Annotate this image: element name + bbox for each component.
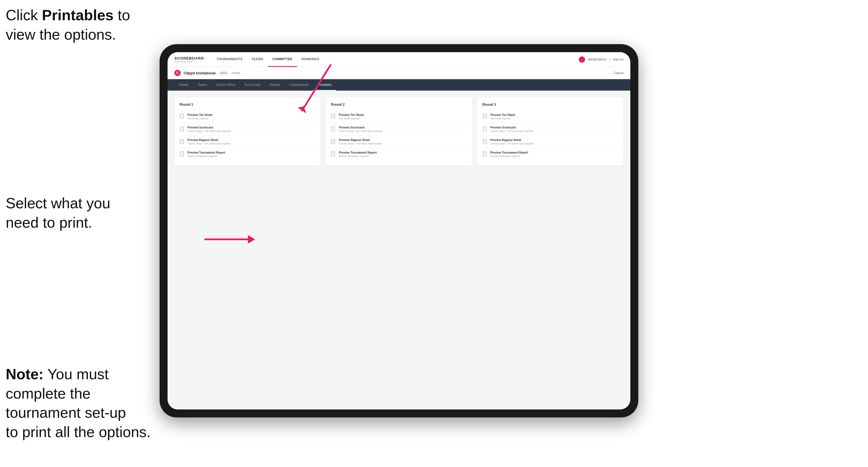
subnav-results[interactable]: Results [265,79,285,91]
top-nav-right: blair@clippd.io | Sign out [579,56,623,63]
round3-scorecard-sub: Course setup + Tee Sheet data required [490,130,533,132]
svg-rect-4 [180,126,184,131]
subnav-details[interactable]: Details [175,79,193,91]
round2-report-title: Preview Tournament Report [339,151,377,154]
tablet-frame: SCOREBOARD Powered by clippd TOURNAMENTS… [160,44,638,417]
round-1-column: Round 1 Preview Tee Sheet [175,97,320,165]
nav-tournaments[interactable]: TOURNAMENTS [212,52,247,67]
note-bold: Note: [6,366,43,382]
hosting-badge: Hosting [231,71,240,74]
sign-out-link[interactable]: Sign out [613,58,623,61]
svg-rect-0 [180,114,184,119]
svg-rect-28 [332,152,335,156]
round1-raguzzi-sub: Course setup + Tee Sheet data required [187,142,230,145]
subnav-course-setup[interactable]: Course Setup [212,79,240,91]
subnav-tee-groups[interactable]: Tee Groups [240,79,265,91]
round3-report-text: Preview Tournament Report Round Completi… [490,151,528,158]
round3-raguzzi-title: Preview Raguzzi Sheet [490,138,533,142]
round3-raguzzi[interactable]: Preview Raguzzi Sheet Course setup + Tee… [483,136,618,148]
tournament-name: Clippd Invitational [184,71,216,75]
document-icon-5 [331,114,336,119]
round1-tournament-report[interactable]: Preview Tournament Report Round Completi… [180,148,315,160]
tournament-header: C Clippd Invitational (Men) Hosting Canc… [167,67,630,79]
svg-rect-8 [180,139,184,144]
tournament-title-row: C Clippd Invitational (Men) Hosting [175,70,240,76]
main-content: Round 1 Preview Tee Sheet [167,91,630,409]
round3-raguzzi-sub: Course setup + Tee Sheet data required [490,142,533,145]
round3-tee-sheet-text: Preview Tee Sheet Tee Sheet required [490,114,515,120]
document-icon-10 [483,126,488,132]
round1-report-text: Preview Tournament Report Round Completi… [187,151,225,158]
round1-scorecard[interactable]: Preview Scorecard Course setup + Tee She… [180,123,315,136]
instruction-middle-text: Select what you [6,195,110,211]
document-icon-12 [483,151,488,157]
document-icon-11 [483,139,488,145]
round3-raguzzi-text: Preview Raguzzi Sheet Course setup + Tee… [490,138,533,145]
round1-tee-sheet[interactable]: Preview Tee Sheet Tee Sheet required [180,111,315,123]
round2-raguzzi-title: Preview Raguzzi Sheet [339,138,382,142]
sub-navigation: Details Teams Course Setup Tee Groups Re… [167,79,630,91]
round2-scorecard[interactable]: Preview Scorecard Course setup + Tee She… [331,123,467,136]
svg-rect-20 [332,126,335,131]
nav-committee[interactable]: COMMITTEE [268,52,297,67]
round1-raguzzi[interactable]: Preview Raguzzi Sheet Course setup + Tee… [180,136,315,148]
round2-report-text: Preview Tournament Report Round Completi… [339,151,377,158]
round3-tee-sheet[interactable]: Preview Tee Sheet Tee Sheet required [483,111,618,123]
round2-scorecard-title: Preview Scorecard [339,126,382,129]
round1-tee-sheet-text: Preview Tee Sheet Tee Sheet required [187,114,212,120]
round-1-title: Round 1 [180,102,315,106]
round2-tee-sheet-text: Preview Tee Sheet Tee Sheet required [339,114,364,120]
round2-raguzzi-sub: Course setup + Tee Sheet data required [339,142,382,145]
user-email: blair@clippd.io [588,58,607,61]
round1-scorecard-text: Preview Scorecard Course setup + Tee She… [187,126,230,132]
svg-rect-24 [332,139,335,144]
document-icon-4 [180,151,185,157]
round2-tee-sheet-title: Preview Tee Sheet [339,114,364,117]
logo-title: SCOREBOARD [175,56,204,60]
round3-scorecard[interactable]: Preview Scorecard Course setup + Tee She… [483,123,618,136]
nav-rankings[interactable]: RANKINGS [297,52,324,67]
top-nav-items: TOURNAMENTS TEAMS COMMITTEE RANKINGS [212,52,579,67]
round2-tee-sheet-sub: Tee Sheet required [339,117,364,120]
round2-scorecard-sub: Course setup + Tee Sheet data required [339,130,382,132]
document-icon-9 [483,114,488,119]
round1-raguzzi-title: Preview Raguzzi Sheet [187,138,230,142]
svg-rect-40 [483,139,487,144]
round2-report-sub: Round Completion required [339,155,377,158]
round3-scorecard-title: Preview Scorecard [490,126,533,129]
round-2-column: Round 2 Preview Tee Sheet [326,97,472,165]
round2-raguzzi[interactable]: Preview Raguzzi Sheet Course setup + Tee… [331,136,467,148]
tournament-badge: (Men) [219,71,229,75]
document-icon-6 [331,126,336,132]
subnav-printables[interactable]: Printables [313,79,336,91]
subnav-teams[interactable]: Teams [193,79,212,91]
round3-tee-sheet-sub: Tee Sheet required [490,117,515,120]
svg-rect-32 [483,114,487,119]
round1-report-sub: Round Completion required [187,155,225,158]
round1-raguzzi-text: Preview Raguzzi Sheet Course setup + Tee… [187,138,230,145]
round-2-title: Round 2 [331,102,467,106]
instruction-middle: Select what you need to print. [6,194,110,232]
round1-report-title: Preview Tournament Report [187,151,225,154]
round3-tee-sheet-title: Preview Tee Sheet [490,114,515,117]
logo-sub: Powered by clippd [175,60,204,63]
instruction-bottom: Note: You mustcomplete thetournament set… [6,365,151,442]
document-icon [180,114,185,119]
round3-scorecard-text: Preview Scorecard Course setup + Tee She… [490,126,533,132]
nav-teams[interactable]: TEAMS [247,52,268,67]
subnav-leaderboards[interactable]: Leaderboards [285,79,313,91]
rounds-container: Round 1 Preview Tee Sheet [175,97,623,165]
cancel-button[interactable]: Cancel [614,71,623,75]
document-icon-2 [180,126,185,132]
instruction-top: Click Printables toview the options. [6,6,130,44]
round2-tournament-report[interactable]: Preview Tournament Report Round Completi… [331,148,467,160]
document-icon-8 [331,151,336,157]
svg-rect-16 [332,114,335,119]
instruction-middle-text2: need to print. [6,214,92,231]
round1-tee-sheet-title: Preview Tee Sheet [187,114,212,117]
round2-tee-sheet[interactable]: Preview Tee Sheet Tee Sheet required [331,111,467,123]
document-icon-3 [180,139,185,145]
round3-tournament-report[interactable]: Preview Tournament Report Round Completi… [483,148,618,160]
round2-scorecard-text: Preview Scorecard Course setup + Tee She… [339,126,382,132]
round-3-title: Round 3 [483,102,618,106]
